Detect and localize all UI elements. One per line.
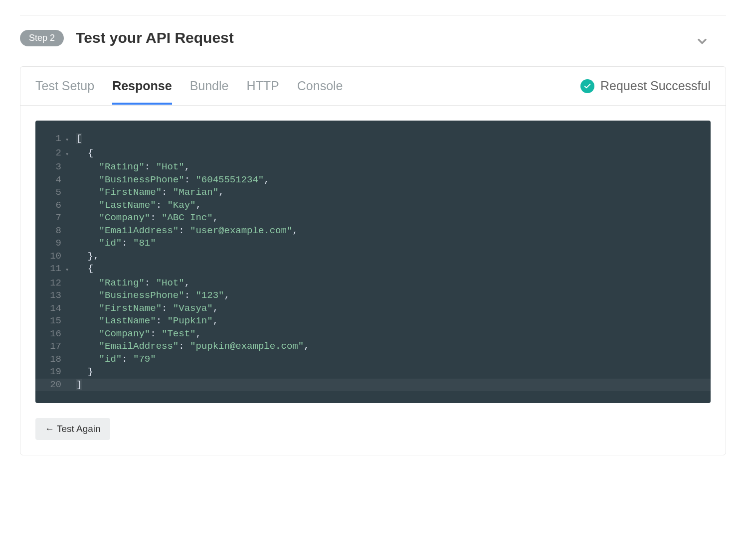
fold-icon[interactable]: ▾ [65,263,74,277]
line-number: 8 [35,225,65,238]
step-title: Test your API Request [76,29,234,46]
fold-icon [65,328,74,341]
code-content: }, [74,250,99,263]
tab-bundle[interactable]: Bundle [190,68,229,104]
line-number: 16 [35,328,65,341]
code-content: "FirstName": "Vasya", [74,302,218,315]
code-line: 15 "LastName": "Pupkin", [35,315,711,328]
fold-icon [65,199,74,212]
code-content: "id": "79" [74,353,156,366]
line-number: 3 [35,161,65,174]
footer: ← Test Again [20,418,726,455]
code-content: "Company": "ABC Inc", [74,212,218,225]
fold-icon [65,353,74,366]
fold-icon [65,315,74,328]
code-line: 5 "FirstName": "Marian", [35,186,711,199]
tab-test-setup[interactable]: Test Setup [35,68,94,104]
code-line: 2▾ { [35,147,711,161]
tabs: Test SetupResponseBundleHTTPConsole [35,68,580,104]
line-number: 20 [35,379,65,392]
code-content: { [74,263,93,277]
tab-bar: Test SetupResponseBundleHTTPConsole Requ… [20,67,726,106]
code-line: 7 "Company": "ABC Inc", [35,212,711,225]
code-line: 19 } [35,366,711,379]
check-circle-icon [580,79,594,93]
code-line: 16 "Company": "Test", [35,328,711,341]
code-line: 20] [35,379,711,392]
tab-console[interactable]: Console [297,68,343,104]
code-area: 1▾[2▾ {3 "Rating": "Hot",4 "BusinessPhon… [20,106,726,418]
code-content: "Company": "Test", [74,328,201,341]
code-line: 12 "Rating": "Hot", [35,277,711,290]
fold-icon [65,340,74,353]
line-number: 13 [35,289,65,302]
fold-icon [65,250,74,263]
step-badge: Step 2 [20,30,64,46]
chevron-down-icon[interactable] [695,34,709,48]
code-content: "LastName": "Pupkin", [74,315,218,328]
divider [20,15,726,15]
code-line: 4 "BusinessPhone": "6045551234", [35,174,711,187]
code-line: 8 "EmailAddress": "user@example.com", [35,225,711,238]
fold-icon [65,237,74,250]
line-number: 17 [35,340,65,353]
test-again-button[interactable]: ← Test Again [35,418,110,440]
step-header: Step 2 Test your API Request [20,29,726,46]
code-line: 14 "FirstName": "Vasya", [35,302,711,315]
code-line: 3 "Rating": "Hot", [35,161,711,174]
line-number: 2 [35,147,65,161]
code-content: "Rating": "Hot", [74,161,190,174]
fold-icon [65,161,74,174]
fold-icon [65,277,74,290]
fold-icon [65,302,74,315]
code-editor[interactable]: 1▾[2▾ {3 "Rating": "Hot",4 "BusinessPhon… [35,121,711,403]
code-content: "EmailAddress": "pupkin@example.com", [74,340,310,353]
code-line: 13 "BusinessPhone": "123", [35,289,711,302]
fold-icon [65,225,74,238]
line-number: 10 [35,250,65,263]
fold-icon[interactable]: ▾ [65,133,74,147]
code-content: } [74,366,93,379]
fold-icon [65,174,74,187]
code-content: "EmailAddress": "user@example.com", [74,225,298,238]
line-number: 18 [35,353,65,366]
line-number: 11 [35,263,65,277]
line-number: 5 [35,186,65,199]
code-content: "BusinessPhone": "123", [74,289,230,302]
code-line: 1▾[ [35,133,711,147]
code-line: 9 "id": "81" [35,237,711,250]
fold-icon[interactable]: ▾ [65,147,74,161]
line-number: 4 [35,174,65,187]
line-number: 7 [35,212,65,225]
line-number: 1 [35,133,65,147]
code-line: 10 }, [35,250,711,263]
tab-http[interactable]: HTTP [246,68,279,104]
code-line: 17 "EmailAddress": "pupkin@example.com", [35,340,711,353]
line-number: 19 [35,366,65,379]
line-number: 15 [35,315,65,328]
code-content: "id": "81" [74,237,156,250]
code-content: [ [74,133,82,147]
line-number: 9 [35,237,65,250]
request-status-text: Request Successful [600,79,711,93]
code-line: 6 "LastName": "Kay", [35,199,711,212]
fold-icon [65,366,74,379]
code-line: 11▾ { [35,263,711,277]
results-panel: Test SetupResponseBundleHTTPConsole Requ… [20,66,726,455]
code-content: "FirstName": "Marian", [74,186,224,199]
fold-icon [65,289,74,302]
code-content: "BusinessPhone": "6045551234", [74,174,270,187]
line-number: 6 [35,199,65,212]
code-content: ] [74,379,82,392]
request-status: Request Successful [580,79,711,93]
fold-icon [65,212,74,225]
code-content: { [74,147,93,161]
fold-icon [65,379,74,392]
code-line: 18 "id": "79" [35,353,711,366]
line-number: 12 [35,277,65,290]
code-content: "LastName": "Kay", [74,199,201,212]
tab-response[interactable]: Response [112,68,172,104]
fold-icon [65,186,74,199]
line-number: 14 [35,302,65,315]
code-content: "Rating": "Hot", [74,277,190,290]
